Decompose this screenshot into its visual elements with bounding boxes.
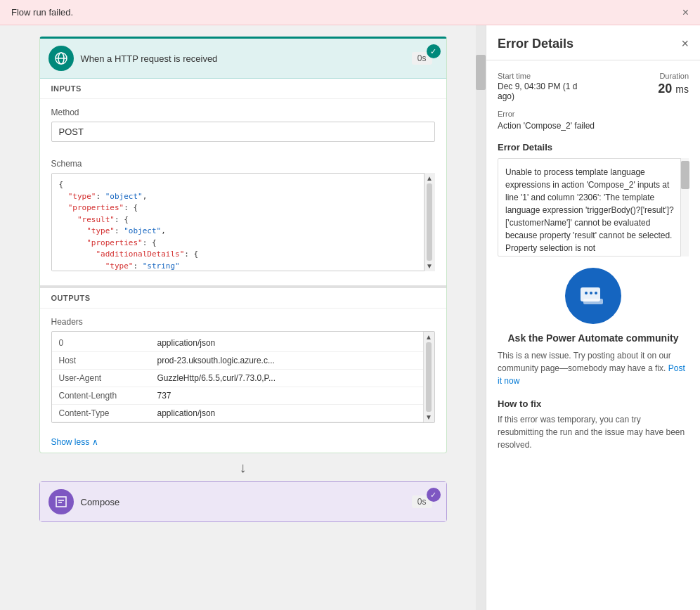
header-key-contenttype: Content-Type [52, 405, 150, 422]
canvas-scrollbar[interactable] [476, 25, 486, 610]
header-val-0: application/json [150, 335, 434, 352]
http-step-card: When a HTTP request is received 0s ✓ INP… [39, 37, 447, 453]
outputs-label: OUTPUTS [40, 288, 446, 309]
community-icon-wrap [498, 268, 689, 324]
schema-field-group: Schema { "type": "object", "properties":… [40, 150, 446, 280]
connector-arrow: ↓ [11, 453, 474, 481]
duration-label: Duration [593, 72, 689, 80]
svg-rect-4 [583, 299, 603, 304]
show-less-chevron: ∧ [92, 437, 98, 447]
error-details-scrollbar[interactable] [680, 158, 689, 257]
method-field-group: Method POST [40, 99, 446, 150]
http-step-header[interactable]: When a HTTP request is received 0s ✓ [40, 39, 446, 79]
schema-label: Schema [51, 159, 435, 169]
header-val-contenttype: application/json [150, 405, 434, 422]
schema-box[interactable]: { "type": "object", "properties": { "res… [51, 173, 435, 271]
http-step-icon [48, 46, 74, 71]
error-details-scrollbar-thumb [681, 161, 689, 189]
canvas-scrollbar-thumb [476, 55, 486, 90]
error-details-title: Error Details [498, 142, 689, 152]
compose-step-success-badge: ✓ [427, 488, 441, 502]
outputs-section: OUTPUTS Headers 0 application/json [40, 285, 446, 453]
community-text: This is a new issue. Try posting about i… [498, 349, 689, 387]
error-details-box[interactable]: Unable to process template language expr… [498, 158, 689, 257]
duration-value: 20 ms [593, 82, 689, 96]
error-banner-close-button[interactable]: × [682, 6, 689, 19]
arrow-icon: ↓ [240, 460, 247, 476]
svg-point-6 [590, 292, 592, 294]
headers-table: 0 application/json Host prod-23.uksouth.… [52, 335, 434, 422]
start-time-col: Start time Dec 9, 04:30 PM (1 d ago) [498, 72, 593, 101]
compose-step-card: Compose 0s ✓ [39, 481, 447, 522]
table-row: Host prod-23.uksouth.logic.azure.c... [52, 352, 434, 370]
panel-title: Error Details [498, 37, 573, 51]
header-key-host: Host [52, 352, 150, 370]
headers-scroll-down[interactable]: ▼ [425, 413, 432, 421]
header-val-contentlength: 737 [150, 387, 434, 405]
panel-header: Error Details × [486, 25, 700, 60]
show-less-button[interactable]: Show less ∧ [40, 431, 446, 453]
panel-body: Start time Dec 9, 04:30 PM (1 d ago) Dur… [486, 60, 700, 610]
schema-scroll-up[interactable]: ▲ [426, 174, 433, 182]
method-value: POST [51, 122, 435, 142]
how-to-fix-title: How to fix [498, 398, 689, 409]
schema-scroll-down[interactable]: ▼ [426, 262, 433, 270]
main-layout: When a HTTP request is received 0s ✓ INP… [0, 25, 700, 610]
inputs-label: INPUTS [40, 79, 446, 99]
http-step-success-badge: ✓ [427, 44, 441, 58]
info-row-time: Start time Dec 9, 04:30 PM (1 d ago) Dur… [498, 72, 689, 101]
start-time-value: Dec 9, 04:30 PM (1 d ago) [498, 82, 593, 101]
community-title: Ask the Power Automate community [498, 332, 689, 344]
header-key-0: 0 [52, 335, 150, 352]
header-val-host: prod-23.uksouth.logic.azure.c... [150, 352, 434, 370]
http-step-title: When a HTTP request is received [81, 53, 412, 64]
table-row: Content-Type application/json [52, 405, 434, 422]
duration-unit: ms [675, 84, 689, 95]
header-key-useragent: User-Agent [52, 370, 150, 387]
headers-label: Headers [51, 317, 435, 327]
error-row: Error Action 'Compose_2' failed [498, 110, 689, 131]
compose-step-icon [48, 489, 74, 514]
table-row: User-Agent GuzzleHttp/6.5.5,curl/7.73.0,… [52, 370, 434, 387]
community-icon [565, 268, 621, 324]
duration-number: 20 [658, 82, 672, 96]
compose-step-title: Compose [81, 497, 412, 507]
start-time-label: Start time [498, 72, 593, 80]
show-less-label: Show less [51, 437, 90, 447]
svg-point-5 [585, 292, 588, 294]
header-key-contentlength: Content-Length [52, 387, 150, 405]
error-details-text: Unable to process template language expr… [505, 167, 674, 253]
header-val-useragent: GuzzleHttp/6.5.5,curl/7.73.0,P... [150, 370, 434, 387]
table-row: Content-Length 737 [52, 387, 434, 405]
error-details-container: Unable to process template language expr… [498, 158, 689, 257]
flow-canvas[interactable]: When a HTTP request is received 0s ✓ INP… [0, 25, 486, 610]
http-step-body: INPUTS Method POST Schema { "type": "obj… [40, 79, 446, 453]
error-banner: Flow run failed. × [0, 0, 700, 25]
svg-point-7 [595, 292, 597, 294]
compose-step-header[interactable]: Compose 0s ✓ [40, 482, 446, 521]
headers-scroll-up[interactable]: ▲ [425, 333, 432, 341]
method-label: Method [51, 108, 435, 117]
how-to-fix-text: If this error was temporary, you can try… [498, 413, 689, 451]
panel-close-button[interactable]: × [681, 37, 689, 51]
table-row: 0 application/json [52, 335, 434, 352]
error-banner-text: Flow run failed. [11, 7, 73, 18]
headers-field-group: Headers 0 application/json Host [40, 309, 446, 431]
error-section-title: Error [498, 110, 689, 118]
error-value: Action 'Compose_2' failed [498, 121, 689, 131]
community-text-1: This is a new issue. Try posting about i… [498, 351, 671, 373]
duration-col: Duration 20 ms [593, 72, 689, 101]
right-panel: Error Details × Start time Dec 9, 04:30 … [486, 25, 700, 610]
